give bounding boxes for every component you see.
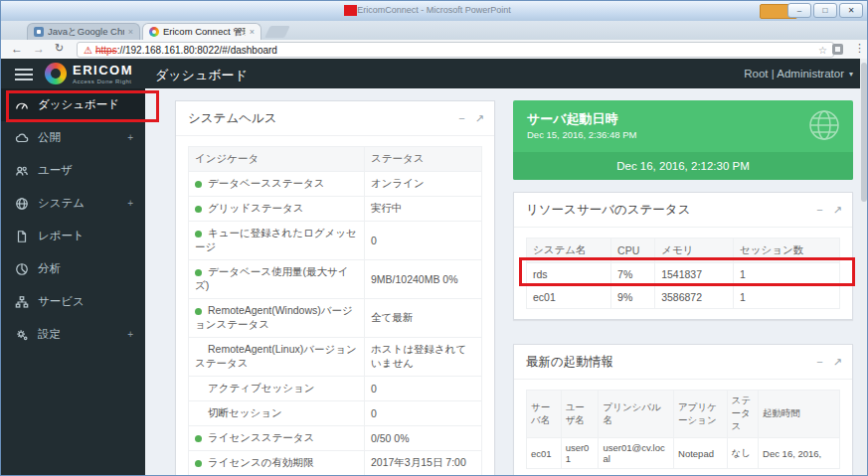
uptime-title: サーバ起動日時 xyxy=(527,110,618,128)
extension-icon[interactable] xyxy=(832,44,843,55)
cell-start-time: Dec 16, 2016, xyxy=(759,438,840,469)
column-header: サーバ名 xyxy=(527,391,562,438)
scrollbar-thumb[interactable] xyxy=(861,63,867,202)
ericom-favicon-icon xyxy=(149,27,159,37)
sidebar-item-reports[interactable]: レポート xyxy=(1,220,145,252)
expand-plus-icon: + xyxy=(127,132,133,143)
hamburger-menu-icon[interactable] xyxy=(15,69,33,83)
status-value: 0 xyxy=(365,222,482,260)
status-value: 2017年3月15日 7:00 xyxy=(365,451,482,476)
cell-principal: user01@cv.local xyxy=(599,438,674,469)
expand-plus-icon: + xyxy=(127,198,133,209)
window-close-button[interactable]: ✕ xyxy=(839,3,863,18)
sidebar-item-label: 公開 xyxy=(38,130,61,145)
indicator-label: ライセンスの有効期限 xyxy=(208,456,313,468)
status-value: 9MB/10240MB 0% xyxy=(365,260,482,299)
sidebar-item-publish[interactable]: 公開 + xyxy=(1,121,145,154)
column-header: ステータス xyxy=(365,147,482,172)
url-text: ://192.168.161.80:8022/#/dashboard xyxy=(117,45,277,56)
window-title: EricomConnect - Microsoft PowerPoint xyxy=(1,5,867,15)
security-warning-icon: ⚠ xyxy=(84,45,92,56)
cell-status: なし xyxy=(727,438,759,469)
logo-tagline: Access Done Right xyxy=(73,79,133,84)
window-titlebar: EricomConnect - Microsoft PowerPoint – □… xyxy=(1,1,867,22)
browser-tab-ericom[interactable]: Ericom Connect 管理コ × xyxy=(142,23,261,40)
collapse-button[interactable]: − xyxy=(816,356,822,369)
screenshot-root: EricomConnect - Microsoft PowerPoint – □… xyxy=(0,0,868,476)
sidebar-item-system[interactable]: システム + xyxy=(1,187,145,220)
status-dot xyxy=(195,460,202,467)
collapse-button[interactable]: − xyxy=(816,204,822,217)
browser-tab-java[interactable]: JavaとGoogle Chrome × xyxy=(27,23,140,40)
cell-sessions: 1 xyxy=(733,286,839,309)
redaction-box xyxy=(344,5,357,16)
sidebar-item-label: 設定 xyxy=(38,327,61,342)
status-value: 実行中 xyxy=(365,197,482,222)
forward-button[interactable]: → xyxy=(33,42,45,56)
document-icon xyxy=(15,230,29,243)
sidebar-item-label: サービス xyxy=(38,294,85,309)
ericom-logo[interactable]: ERICOM Access Done Right xyxy=(45,63,133,84)
indicator-label: データベース使用量(最大サイズ) xyxy=(195,265,348,291)
system-health-panel: システムヘルス − ↗ インジケータ ステータス データベースステータスオンライ… xyxy=(175,100,495,476)
tab-close-icon[interactable]: × xyxy=(250,27,255,37)
latest-sessions-panel: 最新の起動情報 − ↗ サーバ名 ユーザ名 プリンシパル名 アプリケーション ス… xyxy=(513,344,853,476)
new-tab-button[interactable] xyxy=(264,26,290,38)
health-row: グリッドステータス実行中 xyxy=(189,197,482,222)
browser-menu-icon[interactable]: ⋮ xyxy=(854,42,865,55)
user-menu[interactable]: Root | Administrator ▾ xyxy=(744,68,853,79)
cell-cpu: 9% xyxy=(611,286,655,309)
column-header: プリンシパル名 xyxy=(599,391,674,438)
expand-plus-icon: + xyxy=(127,329,133,340)
health-row: RemoteAgent(Windows)バージョンステータス全て最新 xyxy=(189,299,482,338)
window-restore-button[interactable]: □ xyxy=(813,3,837,18)
sidebar-item-analysis[interactable]: 分析 xyxy=(1,252,145,285)
column-header: ステータス xyxy=(727,391,759,438)
sidebar-item-services[interactable]: サービス xyxy=(1,285,145,318)
annotation-box-rds-row xyxy=(519,257,855,286)
indicator-label: ライセンスステータス xyxy=(208,431,314,443)
page-scrollbar[interactable] xyxy=(860,59,868,475)
status-dot xyxy=(195,435,202,442)
column-header: 起動時間 xyxy=(759,391,840,438)
expand-button[interactable]: ↗ xyxy=(833,356,842,369)
reload-button[interactable]: ↻ xyxy=(55,42,64,55)
globe-icon xyxy=(15,197,29,211)
window-minimize-button[interactable]: – xyxy=(787,3,811,18)
indicator-label: キューに登録されたログメッセージ xyxy=(195,227,357,252)
panel-title: 最新の起動情報 xyxy=(526,354,816,371)
health-row: データベースステータスオンライン xyxy=(189,172,482,197)
address-bar[interactable]: ⚠ https ://192.168.161.80:8022/#/dashboa… xyxy=(77,42,834,58)
sidebar-item-users[interactable]: ユーザ xyxy=(1,154,145,187)
app-header: ERICOM Access Done Right ダッシュボード Root | … xyxy=(1,59,867,88)
logo-title: ERICOM xyxy=(73,64,133,77)
users-icon xyxy=(15,164,29,178)
collapse-button[interactable]: − xyxy=(458,112,464,125)
ericom-logo-icon xyxy=(45,63,67,84)
cell-system-name: ec01 xyxy=(527,286,611,309)
cell-memory: 3586872 xyxy=(655,286,734,309)
status-dot xyxy=(195,231,202,238)
expand-button[interactable]: ↗ xyxy=(475,112,484,125)
resource-servers-panel: リソースサーバのステータス − ↗ システム名 CPU メモリ セッション数 xyxy=(513,192,853,320)
expand-button[interactable]: ↗ xyxy=(833,204,842,217)
status-dot xyxy=(195,308,202,315)
sidebar-item-label: 分析 xyxy=(38,261,61,276)
indicator-label: RemoteAgent(Windows)バージョンステータス xyxy=(195,304,353,330)
user-name: Root | Administrator xyxy=(744,68,844,79)
health-row: ライセンスの有効期限2017年3月15日 7:00 xyxy=(189,451,482,476)
cloud-icon xyxy=(15,131,29,145)
sidebar-item-settings[interactable]: 設定 + xyxy=(1,318,145,351)
page-title: ダッシュボード xyxy=(155,67,248,84)
panel-title: リソースサーバのステータス xyxy=(526,202,816,219)
tab-close-icon[interactable]: × xyxy=(128,27,133,37)
bookmark-star-icon[interactable]: ☆ xyxy=(818,45,827,56)
indicator-label: グリッドステータス xyxy=(208,202,303,214)
page-favicon-icon xyxy=(34,27,44,37)
system-health-table: インジケータ ステータス データベースステータスオンライン グリッドステータス実… xyxy=(188,146,482,476)
boot-time: Dec 15, 2016, 2:36:48 PM xyxy=(527,129,636,140)
status-dot xyxy=(195,269,202,276)
back-button[interactable]: ← xyxy=(11,42,23,56)
status-value: ホストは登録されていません xyxy=(365,338,482,377)
health-row: キューに登録されたログメッセージ0 xyxy=(189,222,482,260)
